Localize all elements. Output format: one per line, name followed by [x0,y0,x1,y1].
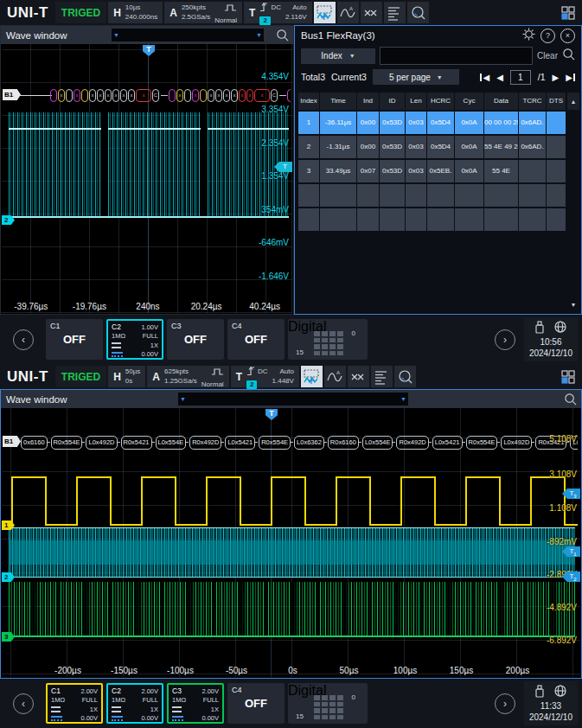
window-layout-icon[interactable] [557,2,579,23]
bottom-channel-bar: ‹ C1OFFC21.00V1MΩFULL1X0.00VC3OFFC4OFFDi… [0,315,582,364]
acquire-settings-block[interactable]: A 625kpts 1.25GSa/s Normal [147,366,228,387]
channel-card-c4[interactable]: C4OFF [227,683,285,724]
zoom-search-icon[interactable] [407,2,429,23]
page-number-box[interactable]: 1 [510,70,531,85]
panel-title: Bus1 FlexRay(3) [301,30,517,41]
voltage-label: 4.354V [261,73,289,81]
table-cell [519,208,546,231]
last-page-button[interactable]: ▶ [566,73,575,82]
table-cell: -36.11µs [320,112,356,134]
waveform-display-area[interactable]: T B1 xxxxxxxxxCxxxxxxxxxCxxxxx 4.354V3.3… [2,44,292,313]
horizontal-settings-block[interactable]: H 10µs 240.000ns [108,2,163,23]
level-list-icon[interactable] [371,366,393,387]
wave-window: Wave window ▼ ▼ T B1 xxxxxxxxxCxxxxxxxxx… [0,25,294,315]
scroll-down-icon[interactable]: ▼ [567,297,579,311]
digital-bit [322,331,328,336]
channel-probe: 1X [150,342,158,349]
channel-offset: 0.00V [201,714,219,722]
window-layout-icon[interactable] [557,366,579,387]
digital-bit [337,338,343,343]
level-list-icon[interactable] [384,2,406,23]
wave-source-dropdown[interactable]: ▼ ▼ [112,29,264,42]
bus1-label-tag[interactable]: B1 [3,89,21,100]
channel-card-c1[interactable]: C1OFF [46,319,103,360]
math-curve-icon[interactable]: A [337,2,359,23]
table-row[interactable] [298,208,566,231]
help-icon[interactable]: ? [540,29,555,43]
channel-name: C2 [112,686,121,695]
channel-card-c3[interactable]: C32.00V1MΩFULL1X0.00V [167,683,224,724]
trigger-coupling: DC [271,3,281,12]
expand-right-button[interactable]: › [495,693,515,714]
total-count: Total3 [301,72,325,82]
digital-card[interactable]: Digital015 [288,683,368,724]
table-cell [406,208,426,231]
wave-zoom-icon[interactable] [564,393,577,409]
channel-info-row: C21.00V [112,322,158,331]
previous-page-button[interactable]: ◀ [496,73,503,82]
zoom-search-icon[interactable] [394,366,416,387]
filter-field-dropdown[interactable]: Index ▼ [301,48,375,64]
digital-bit [329,331,336,336]
offset-marker-icon [112,352,123,357]
table-row[interactable] [298,184,566,207]
wave-zoom-icon[interactable] [276,29,289,45]
bus-frame-segment [81,89,88,102]
channel-scale: 2.00V [80,687,98,695]
waveform-baseline [9,216,289,218]
math-curve-icon[interactable]: A [324,366,346,387]
bus-frame-segment: x [128,89,135,102]
table-row[interactable]: 333.49µs0x070x53D0x030x5EB.0x0A55 4E [298,160,566,182]
trigger-settings-block[interactable]: T DC 2 Auto 2.116V [244,2,312,23]
collapse-left-button[interactable]: ‹ [13,693,34,714]
column-header: Time [320,93,356,110]
acquire-settings-block[interactable]: A 250kpts 2.5GSa/s Normal [164,2,242,23]
table-cell: 0x5EB. [427,160,454,182]
table-cell: 55 4E 49 2D 54 . [484,136,518,158]
trigger-position-marker[interactable]: T [143,45,155,56]
channel-card-c3[interactable]: C3OFF [167,319,224,360]
trigger-position-marker[interactable]: T [265,409,278,420]
channel-card-c4[interactable]: C4OFF [227,319,285,360]
bus1-label-tag[interactable]: B1 [3,436,21,447]
table-row[interactable]: 2-1.31µs0x000x53D0x030x5D40x0A55 4E 49 2… [298,136,566,158]
column-header: Index [298,93,319,110]
xy-mode-icon[interactable] [348,366,369,387]
table-header-row: IndexTimeIndIDLenHCRCCycDataTCRCDTS [298,93,566,110]
waveform-display-icon[interactable] [301,366,323,387]
per-page-dropdown[interactable]: 5 per page ▼ [373,69,459,85]
collapse-left-button[interactable]: ‹ [13,329,34,350]
scroll-up-icon[interactable]: ▲ [567,93,579,110]
table-row[interactable]: 1-36.11µs0x000x53D0x030x5D40x0A00 00 00 … [298,112,566,134]
clock-date: 2024/12/10 [529,712,572,723]
channel-name: C1 [50,322,61,330]
channel-cards: C12.00V1MΩFULL1X0.00VC22.00V1MΩFULL1X0.0… [46,683,368,724]
settings-gear-icon[interactable] [522,28,535,44]
trigger-level-tag[interactable]: T3 [562,489,580,499]
square-wave-trace [9,477,578,525]
channel-card-c2[interactable]: C22.00V1MΩFULL1X0.00V [106,683,163,724]
digital-card[interactable]: Digital015 [288,319,368,360]
trigger-settings-block[interactable]: T DC 2 Auto 1.448V [231,366,299,387]
filter-input[interactable] [380,47,533,65]
time-scale-labels: -200µs-150µs-100µs-50µs0s50µs100µs150µs2… [40,666,546,675]
waveform-display-icon[interactable] [314,2,336,23]
table-cell: 1 [298,112,319,134]
channel-card-c1[interactable]: C12.00V1MΩFULL1X0.00V [46,683,103,724]
horizontal-settings-block[interactable]: H 50µs 0s [108,366,145,387]
expand-right-button[interactable]: › [495,329,515,350]
digital-bit [329,702,336,707]
bus-frame-label: R0x5421 [121,436,152,450]
search-icon[interactable] [562,48,575,64]
table-cell [519,184,546,207]
xy-mode-icon[interactable] [361,2,382,23]
next-page-button[interactable]: ▶ [553,73,560,82]
digital-d15-label: 15 [296,348,304,356]
waveform-display-area[interactable]: T B1 0x6160R0x554EL0x492DR0x5421L0x554ER… [2,408,580,677]
first-page-button[interactable]: ◀ [480,73,489,82]
close-icon[interactable]: × [560,29,575,43]
channel-card-c2[interactable]: C21.00V1MΩFULL1X0.00V [106,319,163,360]
clear-button[interactable]: Clear [537,51,558,61]
time-label: 200µs [489,666,546,675]
wave-source-dropdown[interactable]: ▼ ▼ [178,393,408,406]
